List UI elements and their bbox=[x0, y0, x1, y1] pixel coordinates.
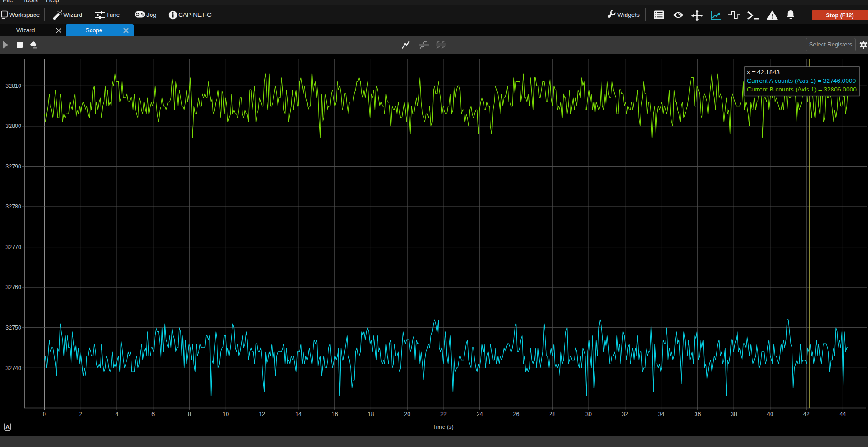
svg-text:38: 38 bbox=[731, 411, 737, 417]
svg-text:18: 18 bbox=[368, 411, 374, 417]
svg-text:40: 40 bbox=[767, 411, 773, 417]
svg-text:6: 6 bbox=[151, 411, 155, 417]
svg-text:36: 36 bbox=[694, 411, 701, 417]
svg-text:32800: 32800 bbox=[5, 123, 21, 129]
svg-text:0: 0 bbox=[43, 411, 46, 417]
svg-text:x = 42.1843: x = 42.1843 bbox=[747, 69, 780, 76]
svg-text:8: 8 bbox=[188, 411, 191, 417]
svg-text:42: 42 bbox=[803, 411, 810, 417]
svg-text:12: 12 bbox=[259, 411, 265, 417]
svg-text:32750: 32750 bbox=[5, 325, 21, 331]
svg-text:22: 22 bbox=[440, 411, 447, 417]
svg-text:2: 2 bbox=[79, 411, 82, 417]
svg-text:26: 26 bbox=[513, 411, 520, 417]
svg-text:16: 16 bbox=[332, 411, 338, 417]
svg-text:32770: 32770 bbox=[5, 244, 21, 250]
svg-text:32: 32 bbox=[622, 411, 628, 417]
svg-text:32790: 32790 bbox=[5, 163, 21, 170]
svg-text:32810: 32810 bbox=[5, 83, 21, 89]
svg-text:Current B counts (Axis 1) = 32: Current B counts (Axis 1) = 32806.0000 bbox=[747, 86, 857, 93]
svg-text:10: 10 bbox=[222, 411, 229, 417]
svg-text:28: 28 bbox=[549, 411, 555, 417]
svg-text:30: 30 bbox=[585, 411, 592, 417]
svg-text:4: 4 bbox=[116, 411, 119, 417]
svg-text:Time (s): Time (s) bbox=[433, 424, 453, 430]
svg-text:Current A counts (Axis 1) = 32: Current A counts (Axis 1) = 32746.0000 bbox=[747, 77, 856, 84]
svg-text:32740: 32740 bbox=[5, 365, 21, 371]
svg-text:20: 20 bbox=[404, 411, 410, 417]
svg-text:32760: 32760 bbox=[5, 284, 21, 290]
svg-text:32780: 32780 bbox=[5, 203, 21, 210]
svg-text:14: 14 bbox=[295, 411, 302, 417]
svg-text:24: 24 bbox=[477, 411, 483, 417]
svg-text:34: 34 bbox=[658, 411, 665, 417]
svg-text:44: 44 bbox=[839, 411, 846, 417]
